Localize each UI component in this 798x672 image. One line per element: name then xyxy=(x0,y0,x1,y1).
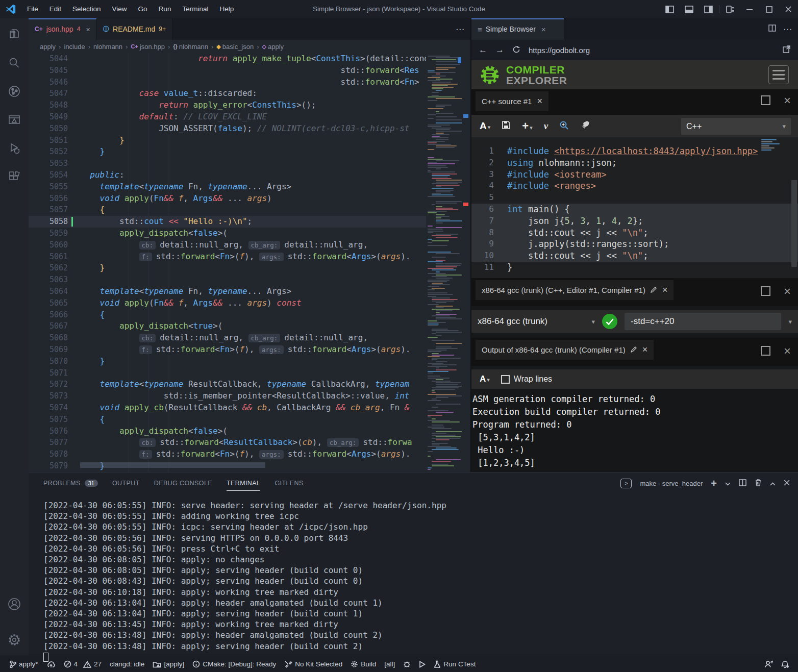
search-icon[interactable] xyxy=(6,54,23,71)
code-line[interactable]: 5067 apply_dispatch<true>( xyxy=(29,320,426,332)
godbolt-source-editor[interactable]: 1#include <https://localhost:8443/apply/… xyxy=(471,137,798,278)
code-line[interactable]: 5052 } xyxy=(29,146,426,158)
godbolt-code-line[interactable]: 5 xyxy=(471,192,798,204)
wrap-lines-checkbox[interactable]: Wrap lines xyxy=(501,375,552,384)
close-pane-icon[interactable]: × xyxy=(662,285,668,295)
maximize-pane-icon[interactable] xyxy=(761,286,770,296)
code-line[interactable]: 5069 f:std::forward<Fn>(f), args:std::fo… xyxy=(29,344,426,356)
code-line[interactable]: 5073 std::is_member_pointer<ResultCallba… xyxy=(29,390,426,402)
forward-icon[interactable]: → xyxy=(495,45,504,55)
code-line[interactable]: 5061 f:std::forward<Fn>(f), args:std::fo… xyxy=(29,251,426,263)
language-select[interactable]: C++▾ xyxy=(681,118,791,135)
code-editor[interactable]: 5044 return apply_make_tuple<ConstThis>(… xyxy=(29,53,470,472)
godbolt-code-line[interactable]: 9 j.apply(std::ranges::sort); xyxy=(471,238,798,250)
breadcrumb-item[interactable]: apply xyxy=(268,43,284,51)
panel-tab-output[interactable]: OUTPUT xyxy=(112,477,140,490)
maximize-icon[interactable] xyxy=(759,0,779,18)
code-line[interactable]: 5056 void apply(Fn&& f, Args&& ... args) xyxy=(29,193,426,205)
breadcrumb-item[interactable]: basic_json xyxy=(222,43,254,51)
code-line[interactable]: 5063 xyxy=(29,274,426,286)
zoom-icon[interactable] xyxy=(559,120,569,132)
terminal-title[interactable]: make - serve_header xyxy=(640,480,703,487)
code-line[interactable]: 5060 cb:detail::null_arg, cb_arg:detail:… xyxy=(29,239,426,251)
source-control-icon[interactable] xyxy=(6,83,23,100)
code-line[interactable]: 5051 } xyxy=(29,135,426,146)
compiler-pane-tab[interactable]: x86-64 gcc (trunk) (C++, Editor #1, Comp… xyxy=(476,280,674,300)
godbolt-code-line[interactable]: 2using nlohmann::json; xyxy=(471,157,798,169)
split-terminal-icon[interactable] xyxy=(739,479,746,488)
menu-go[interactable]: Go xyxy=(134,3,152,15)
close-tab-icon[interactable]: × xyxy=(541,25,546,34)
code-line[interactable]: 5053 xyxy=(29,158,426,169)
godbolt-code-line[interactable]: 10 std::cout << j << "\n"; xyxy=(471,250,798,262)
kill-terminal-icon[interactable] xyxy=(755,479,762,488)
cmake-icon[interactable] xyxy=(6,111,23,129)
extensions-icon[interactable] xyxy=(6,168,23,186)
account-icon[interactable] xyxy=(6,595,23,613)
code-line[interactable]: 5077 cb:std::forward<ResultCallback>(cb)… xyxy=(29,437,426,449)
code-line[interactable]: 5065 void apply(Fn&& f, Args&& ... args)… xyxy=(29,297,426,309)
godbolt-code-line[interactable]: 3#include <iostream> xyxy=(471,169,798,181)
breadcrumb-item[interactable]: nlohmann xyxy=(179,43,208,51)
close-pane-icon[interactable]: × xyxy=(537,96,542,107)
run-debug-icon[interactable] xyxy=(6,140,23,157)
open-external-icon[interactable] xyxy=(782,45,791,55)
breadcrumb[interactable]: apply›include›nlohmann›C+json.hpp›{}nloh… xyxy=(29,40,470,53)
menu-file[interactable]: File xyxy=(22,3,43,15)
code-line[interactable]: 5064 template<typename Fn, typename... A… xyxy=(29,286,426,297)
code-line[interactable]: 5068 cb:detail::null_arg, cb_arg:detail:… xyxy=(29,332,426,344)
toggle-sidebar-icon[interactable] xyxy=(660,0,679,18)
maximize-pane-icon[interactable] xyxy=(761,95,770,105)
code-line[interactable]: 5055 template<typename Fn, typename... A… xyxy=(29,181,426,193)
back-icon[interactable]: ← xyxy=(479,45,487,55)
close-pane-icon[interactable]: × xyxy=(642,344,648,355)
close-pane-icon[interactable]: × xyxy=(784,95,791,105)
edit-pane-title-icon[interactable] xyxy=(631,345,637,354)
code-line[interactable]: 5045 std::forward<Res xyxy=(29,65,426,77)
close-pane-icon[interactable]: × xyxy=(784,346,791,356)
output-pane-tab[interactable]: Output of x86-64 gcc (trunk) (Compiler #… xyxy=(476,340,654,360)
hamburger-menu-icon[interactable] xyxy=(768,65,789,84)
customize-layout-icon[interactable] xyxy=(720,0,740,18)
options-dropdown-icon[interactable]: ▾ xyxy=(788,318,792,326)
godbolt-scrollbar[interactable] xyxy=(791,180,797,267)
source-pane-tab[interactable]: C++ source #1 × xyxy=(476,91,548,111)
font-size-button[interactable]: A▾ xyxy=(480,374,490,384)
font-size-button[interactable]: A▾ xyxy=(480,120,490,132)
godbolt-code-line[interactable]: 8 std::cout << j << "\n"; xyxy=(471,227,798,239)
code-line[interactable]: 5047 case value_t::discarded: xyxy=(29,88,426,99)
panel-tab-debug-console[interactable]: DEBUG CONSOLE xyxy=(154,477,212,490)
close-panel-icon[interactable] xyxy=(784,480,790,487)
edit-pane-title-icon[interactable] xyxy=(651,286,657,294)
code-line[interactable]: 5075 { xyxy=(29,414,426,426)
compiler-options-input[interactable]: -std=c++20 xyxy=(625,313,781,330)
code-line[interactable]: 5057 { xyxy=(29,204,426,216)
settings-icon[interactable] xyxy=(6,631,23,649)
tab-json.hpp[interactable]: C+json.hpp4× xyxy=(29,18,97,40)
url-input[interactable]: https://godbolt.org xyxy=(529,46,774,55)
cppinsights-bird-icon[interactable] xyxy=(580,120,590,132)
new-terminal-icon[interactable]: + xyxy=(711,478,717,489)
godbolt-code-line[interactable]: 11} xyxy=(471,262,798,273)
compiler-explorer-logo-text[interactable]: COMPILER EXPLORER xyxy=(506,64,567,86)
split-editor-icon[interactable] xyxy=(768,24,776,34)
breadcrumb-item[interactable]: include xyxy=(64,43,85,51)
close-window-icon[interactable] xyxy=(779,0,798,18)
panel-tab-terminal[interactable]: TERMINAL xyxy=(227,477,260,490)
terminal-dropdown-icon[interactable] xyxy=(725,480,731,487)
code-line[interactable]: 5049 default: // LCOV_EXCL_LINE xyxy=(29,111,426,123)
code-line[interactable]: 5048 return apply_error<ConstThis>(); xyxy=(29,99,426,111)
code-line[interactable]: 5072 template<typename ResultCallback, t… xyxy=(29,379,426,390)
save-icon[interactable] xyxy=(502,120,511,132)
menu-selection[interactable]: Selection xyxy=(68,3,106,15)
code-line[interactable]: 5046 std::forward<Fn> xyxy=(29,77,426,88)
code-line[interactable]: 5059 apply_dispatch<false>( xyxy=(29,228,426,239)
terminal-output[interactable]: [2022-04-30 06:05:55] INFO: serve_header… xyxy=(29,494,798,664)
code-line[interactable]: 5058 std::cout << "Hello :-)\n"; xyxy=(29,216,426,228)
code-line[interactable]: 5054 public: xyxy=(29,169,426,181)
godbolt-code-line[interactable]: 6int main() { xyxy=(471,204,798,215)
reload-icon[interactable] xyxy=(512,45,520,55)
code-line[interactable]: 5078 f:std::forward<Fn>(f), args:std::fo… xyxy=(29,449,426,460)
tab-simple-browser[interactable]: ≡ Simple Browser × xyxy=(471,18,564,40)
code-line[interactable]: 5071 xyxy=(29,367,426,379)
